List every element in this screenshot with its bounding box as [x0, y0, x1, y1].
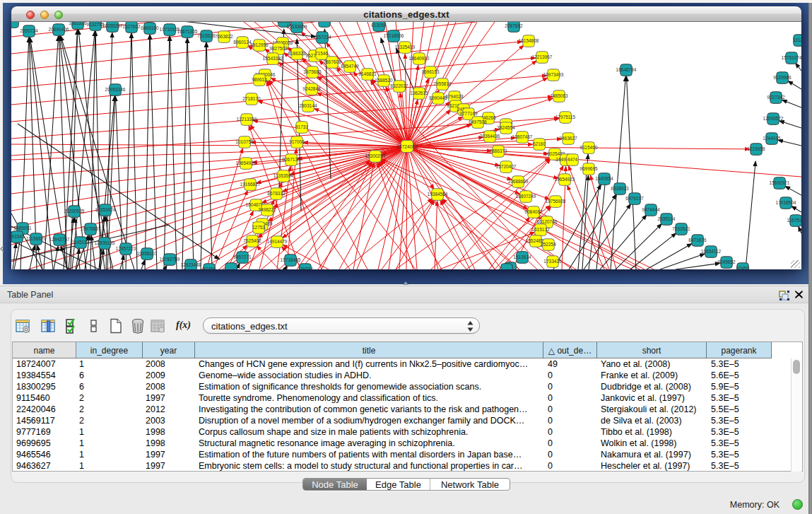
- svg-text:10654112: 10654112: [701, 249, 722, 254]
- svg-text:17353924: 17353924: [95, 207, 116, 212]
- svg-text:9245652: 9245652: [717, 259, 736, 264]
- svg-text:7625402: 7625402: [243, 238, 261, 243]
- svg-text:16782759: 16782759: [160, 257, 180, 262]
- svg-text:9084067: 9084067: [524, 209, 543, 214]
- svg-text:6466160: 6466160: [141, 25, 159, 30]
- svg-text:2055724: 2055724: [20, 28, 38, 33]
- svg-text:3824554: 3824554: [497, 125, 515, 130]
- svg-text:20364436: 20364436: [480, 134, 500, 139]
- svg-text:6794028: 6794028: [445, 94, 464, 99]
- svg-text:1244415: 1244415: [763, 136, 781, 141]
- svg-text:12942757: 12942757: [49, 237, 70, 242]
- svg-text:15692921: 15692921: [770, 180, 790, 185]
- svg-text:8678332: 8678332: [267, 191, 286, 196]
- svg-text:15218506: 15218506: [384, 33, 404, 38]
- svg-text:10688609: 10688609: [508, 179, 529, 184]
- svg-text:82450: 82450: [736, 266, 749, 269]
- svg-text:18300295: 18300295: [365, 153, 386, 158]
- svg-text:10655287: 10655287: [102, 23, 123, 28]
- svg-text:9146821: 9146821: [358, 71, 377, 76]
- svg-text:813054: 813054: [371, 23, 387, 28]
- svg-text:92456: 92456: [203, 267, 216, 269]
- svg-text:7632621: 7632621: [672, 226, 690, 231]
- svg-text:2718170: 2718170: [242, 96, 261, 101]
- svg-text:8186328: 8186328: [288, 51, 306, 56]
- svg-text:8471676: 8471676: [688, 238, 707, 243]
- svg-text:8990448: 8990448: [429, 95, 447, 100]
- svg-text:12213389: 12213389: [237, 117, 257, 122]
- svg-text:9242848: 9242848: [302, 86, 321, 91]
- svg-text:7955812: 7955812: [433, 81, 452, 86]
- svg-text:8912956: 8912956: [250, 42, 269, 47]
- svg-text:9227342: 9227342: [767, 95, 785, 100]
- svg-text:14914479: 14914479: [267, 239, 288, 244]
- svg-text:18807249: 18807249: [516, 194, 536, 199]
- svg-text:1696153: 1696153: [421, 69, 440, 74]
- svg-text:11123: 11123: [793, 37, 801, 42]
- svg-text:15751074: 15751074: [782, 55, 801, 60]
- svg-text:10958107: 10958107: [137, 251, 158, 256]
- svg-text:1362615: 1362615: [410, 90, 428, 95]
- svg-text:12505135: 12505135: [95, 240, 115, 245]
- svg-text:7886372: 7886372: [489, 148, 507, 153]
- svg-text:6497508: 6497508: [469, 119, 487, 124]
- svg-text:17957223: 17957223: [116, 246, 136, 251]
- svg-text:129234: 129234: [298, 267, 313, 269]
- svg-text:1063326: 1063326: [69, 22, 87, 25]
- svg-text:8454749: 8454749: [341, 64, 359, 69]
- svg-text:1588520: 1588520: [375, 78, 393, 83]
- svg-text:19756928: 19756928: [546, 199, 566, 204]
- svg-text:16671355: 16671355: [177, 29, 198, 34]
- svg-text:1513614: 1513614: [513, 255, 531, 259]
- svg-text:16033809: 16033809: [287, 24, 307, 29]
- svg-text:8960124: 8960124: [233, 40, 252, 45]
- svg-text:19654925: 19654925: [236, 160, 257, 165]
- svg-text:12753: 12753: [252, 225, 265, 230]
- svg-text:15720407: 15720407: [496, 164, 517, 169]
- svg-text:11325419: 11325419: [395, 45, 416, 49]
- svg-text:12213967: 12213967: [532, 54, 553, 59]
- svg-text:11156829: 11156829: [26, 236, 46, 241]
- svg-text:917006: 917006: [289, 139, 305, 144]
- svg-text:2087682: 2087682: [505, 23, 523, 28]
- svg-text:9115460: 9115460: [580, 145, 598, 150]
- svg-text:16648784: 16648784: [616, 67, 637, 72]
- svg-text:160338: 160338: [276, 22, 292, 23]
- svg-text:62160: 62160: [533, 141, 546, 146]
- svg-text:18640910: 18640910: [409, 56, 430, 61]
- svg-text:1010755: 1010755: [235, 139, 254, 144]
- svg-text:1215958: 1215958: [747, 146, 765, 151]
- svg-text:9457271: 9457271: [233, 255, 252, 259]
- svg-text:19975887: 19975887: [81, 226, 101, 231]
- svg-text:71546: 71546: [315, 51, 328, 56]
- svg-text:8938923: 8938923: [611, 186, 629, 191]
- svg-text:4474: 4474: [567, 157, 578, 162]
- svg-text:7357224: 7357224: [313, 35, 331, 40]
- svg-text:9827503: 9827503: [269, 46, 288, 51]
- svg-text:7515526: 7515526: [197, 33, 216, 38]
- svg-text:1440954: 1440954: [595, 176, 613, 181]
- svg-text:12923448: 12923448: [181, 262, 201, 267]
- svg-text:7485063: 7485063: [550, 93, 568, 98]
- svg-text:20691406: 20691406: [49, 27, 69, 32]
- svg-text:17016504: 17016504: [776, 200, 796, 205]
- svg-text:10807487: 10807487: [512, 134, 533, 139]
- svg-text:6479197: 6479197: [625, 196, 644, 201]
- svg-text:7663822: 7663822: [215, 34, 233, 39]
- svg-text:18724007: 18724007: [396, 144, 418, 149]
- svg-text:1485061: 1485061: [13, 226, 32, 230]
- svg-text:16543382: 16543382: [263, 56, 283, 61]
- svg-text:9777169: 9777169: [459, 111, 478, 116]
- svg-text:12093572: 12093572: [763, 116, 784, 121]
- svg-text:91731: 91731: [295, 124, 308, 129]
- svg-text:1145119: 1145119: [72, 240, 90, 245]
- svg-text:2867608: 2867608: [323, 59, 341, 64]
- svg-text:19166827: 19166827: [240, 182, 261, 187]
- svg-text:16154808: 16154808: [519, 38, 539, 43]
- svg-text:989613: 989613: [252, 77, 267, 82]
- svg-text:2803144: 2803144: [299, 103, 317, 108]
- svg-text:1527602: 1527602: [122, 24, 141, 29]
- svg-text:9474444: 9474444: [642, 207, 660, 212]
- svg-text:19654923: 19654923: [555, 177, 575, 182]
- svg-text:391541: 391541: [11, 234, 25, 239]
